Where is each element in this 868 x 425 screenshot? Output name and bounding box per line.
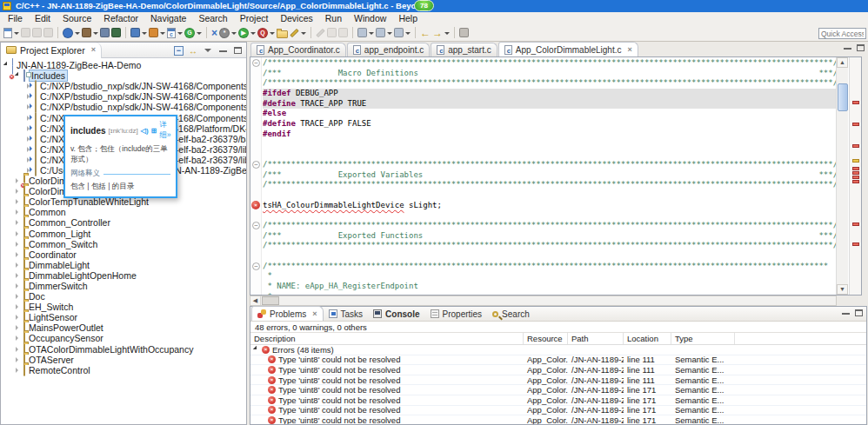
tree-item-c-nxp-bstudio-nxp-sdk-jn-sw-4168-compone[interactable]: C:/NXP/bstudio_nxp/sdk/JN-SW-4168/Compon… [1,102,246,112]
dropdown-arrow-icon[interactable] [142,32,147,37]
problems-maximize-icon[interactable] [855,309,863,316]
problem-row[interactable]: ×Type 'uint8' could not be resolvedApp_C… [250,355,866,366]
menu-search[interactable]: Search [192,12,233,24]
fold-marker-icon[interactable]: − [252,161,260,169]
expand-arrow-icon[interactable] [16,199,21,204]
expand-arrow-icon[interactable] [16,325,21,330]
error-overview-marker[interactable] [852,176,859,179]
detail-link[interactable]: 详细» [159,120,170,141]
new-wizard-icon[interactable] [3,26,19,40]
error-overview-marker[interactable] [852,144,859,148]
expand-arrow-icon[interactable] [16,304,21,309]
new-snapshot-icon[interactable] [130,26,147,40]
editor-vscrollbar[interactable]: ▲ ▼ [836,57,848,295]
scroll-down-icon[interactable]: ▼ [837,284,848,295]
expand-arrow-icon[interactable] [16,231,21,236]
problems-group-row[interactable]: ×Errors (48 items) [250,345,866,355]
expand-arrow-icon[interactable] [16,252,21,257]
menu-source[interactable]: Source [57,12,97,24]
highlight-icon[interactable] [290,26,306,40]
collapse-all-icon[interactable]: − [174,46,184,56]
quick-access-input[interactable] [818,28,866,39]
column-header-type[interactable]: Type [671,333,735,344]
tree-item-doc[interactable]: Doc [1,291,246,302]
expand-arrow-icon[interactable] [16,315,21,320]
menu-navigate[interactable]: Navigate [144,12,192,24]
debug-target-icon[interactable] [63,26,80,40]
dropdown-arrow-icon[interactable] [160,32,165,37]
tree-item-c-nxp-bstudio-nxp-sdk-jn-sw-4168-compone[interactable]: C:/NXP/bstudio_nxp/sdk/JN-SW-4168/Compon… [1,91,246,102]
column-header-resource[interactable]: Resource [524,333,568,344]
external-tools-icon[interactable]: * [219,26,237,40]
link-with-editor-icon[interactable]: ↔ [188,45,198,56]
tab-project-explorer[interactable]: Project Explorer × [1,43,102,58]
speaker-icon[interactable]: ◁) [141,127,149,135]
tab-search[interactable]: Search [487,307,535,321]
maximize-icon[interactable] [234,47,242,54]
previous-annotation-icon[interactable] [376,26,392,40]
open-folder-icon[interactable] [277,26,288,40]
tree-item-common[interactable]: Common [1,207,246,217]
problem-row[interactable]: ×Type 'uint8' could not be resolvedApp_C… [250,395,866,406]
error-overview-marker[interactable] [852,180,859,183]
close-icon[interactable]: × [627,46,631,54]
warning-overview-marker[interactable] [852,159,859,163]
new-c-file-icon[interactable]: c [167,26,183,40]
scroll-up-icon[interactable]: ▲ [837,57,848,68]
expand-arrow-icon[interactable] [16,335,21,341]
code-area[interactable]: /***************************************… [263,57,836,295]
problems-minimize-icon[interactable] [842,312,850,315]
tree-item-dimmablelightopenhome[interactable]: DimmableLightOpenHome [1,270,246,281]
expand-arrow-icon[interactable] [16,242,21,247]
error-overview-marker[interactable] [852,171,859,175]
tree-item-c-nxp-bstudio-nxp-sdk-jn-sw-4168-compone[interactable]: C:/NXP/bstudio_nxp/sdk/JN-SW-4168/Compon… [1,81,246,91]
dropdown-arrow-icon[interactable] [387,32,392,37]
dropdown-arrow-icon[interactable] [231,32,237,37]
tree-item-lightsensor[interactable]: LightSensor [1,312,246,322]
vscroll-thumb[interactable] [838,83,848,111]
tab-properties[interactable]: Properties [425,307,488,321]
build-all-icon[interactable] [100,26,110,40]
run-icon[interactable]: ▶ [238,26,256,40]
error-overview-marker[interactable] [852,167,859,170]
editor-tab-app-coordinator-c[interactable]: cApp_Coordinator.c [250,43,346,56]
dropdown-arrow-icon[interactable] [93,32,98,37]
editor-hscrollbar[interactable]: ◀ [250,296,837,306]
new-project-icon[interactable] [149,26,165,40]
tree-item-otaserver[interactable]: OTAServer [1,355,246,365]
editor-minimize-icon[interactable] [844,47,851,50]
tree-item-common-light[interactable]: Common_Light [1,229,246,239]
tree-item-coordinator[interactable]: Coordinator [1,249,246,260]
tree-item-eh-switch[interactable]: EH_Switch [1,302,246,312]
menu-devices[interactable]: Devices [274,12,318,24]
menu-edit[interactable]: Edit [29,12,57,24]
close-icon[interactable]: × [312,310,317,318]
dropdown-arrow-icon[interactable] [197,32,202,37]
fold-marker-icon[interactable]: − [252,59,260,67]
dropdown-arrow-icon[interactable] [250,32,256,37]
tab-problems[interactable]: Problems× [251,306,324,321]
minimize-icon[interactable] [219,50,227,52]
pin-editor-icon[interactable] [459,26,469,40]
editor-maximize-icon[interactable] [857,44,865,51]
tree-item-dimmablelight[interactable]: DimmableLight [1,260,246,270]
tree-item-colortemptunablewhitelight[interactable]: ColorTempTunableWhiteLight [1,196,246,207]
next-annotation-icon[interactable] [394,26,411,40]
menu-run[interactable]: Run [319,12,348,24]
error-overview-marker[interactable] [852,242,859,246]
tree-item-common-switch[interactable]: Common_Switch [1,239,246,249]
error-overview-marker[interactable] [852,123,859,126]
menu-project[interactable]: Project [234,12,275,24]
error-overview-marker[interactable] [852,101,859,104]
problem-row[interactable]: ×Type 'uint8' could not be resolvedApp_C… [250,375,866,386]
expand-arrow-icon[interactable] [16,357,21,362]
fold-marker-icon[interactable]: − [252,222,260,229]
tree-item-mainspoweroutlet[interactable]: MainsPowerOutlet [1,322,246,333]
dropdown-arrow-icon[interactable] [369,32,374,37]
error-overview-marker[interactable] [852,222,859,226]
editor-tab-app-colordimmablelight-c[interactable]: cApp_ColorDimmableLight.c× [498,42,638,56]
make-icon[interactable] [111,26,121,40]
menu-file[interactable]: File [2,12,29,24]
expand-arrow-icon[interactable] [16,189,21,194]
problem-row[interactable]: ×Type 'uint8' could not be resolvedApp_C… [250,415,866,424]
